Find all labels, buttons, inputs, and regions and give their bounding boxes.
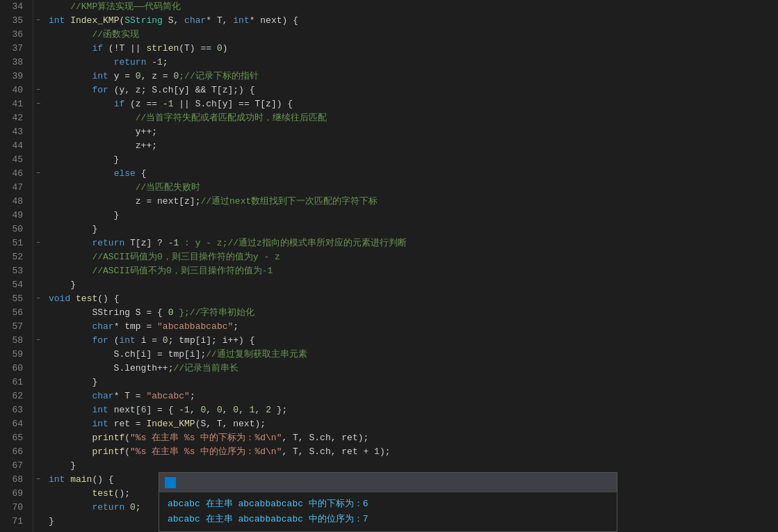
line-number: 71 (0, 515, 27, 529)
console-titlebar-left (165, 477, 180, 488)
fold-marker (33, 445, 43, 459)
console-content: abcabc 在主串 abcabbabcabc 中的下标为：6abcabc 在主… (159, 492, 617, 531)
line-number: 39 (0, 70, 27, 83)
fold-marker (33, 348, 43, 362)
line-number: 56 (0, 306, 27, 320)
code-line: void test() { (49, 292, 778, 306)
code-line: return -1; (49, 56, 778, 70)
code-line: } (49, 153, 778, 167)
line-number: 63 (0, 403, 27, 417)
line-number: 66 (0, 445, 27, 459)
line-number: 41 (0, 97, 27, 111)
code-line: //KMP算法实现——代码简化 (49, 0, 778, 14)
line-number: 53 (0, 264, 27, 278)
line-number: 52 (0, 250, 27, 264)
fold-marker[interactable]: − (33, 14, 43, 28)
fold-marker (33, 306, 43, 320)
line-number: 34 (0, 0, 27, 14)
fold-marker (33, 501, 43, 515)
code-area: 3435363738394041424344454647484950515253… (0, 0, 778, 532)
fold-marker (33, 278, 43, 292)
line-number: 37 (0, 42, 27, 56)
code-line: } (49, 223, 778, 236)
line-number: 47 (0, 181, 27, 195)
line-number: 58 (0, 334, 27, 348)
vs-icon (165, 477, 176, 488)
line-number: 64 (0, 417, 27, 431)
line-number: 55 (0, 292, 27, 306)
fold-marker (33, 181, 43, 195)
code-line: //ASCII码值不为0，则三目操作符的值为-1 (49, 264, 778, 278)
code-line: //当首字符失配或者匹配成功时，继续往后匹配 (49, 111, 778, 125)
fold-marker[interactable]: − (33, 83, 43, 97)
line-number: 49 (0, 209, 27, 223)
console-titlebar (159, 473, 617, 492)
code-line: } (49, 459, 778, 473)
line-number: 59 (0, 348, 27, 362)
line-number: 54 (0, 278, 27, 292)
fold-marker (33, 250, 43, 264)
fold-marker (33, 42, 43, 56)
line-number: 43 (0, 125, 27, 139)
line-number: 50 (0, 223, 27, 236)
console-output-line: abcabc 在主串 abcabbabcabc 中的下标为：6 (168, 497, 608, 512)
line-number: 60 (0, 362, 27, 376)
code-line: S.ch[i] = tmp[i];//通过复制获取主串元素 (49, 348, 778, 362)
line-number: 70 (0, 501, 27, 515)
code-line: else { (49, 167, 778, 181)
fold-marker (33, 125, 43, 139)
code-line: for (y, z; S.ch[y] && T[z];) { (49, 83, 778, 97)
line-number: 45 (0, 153, 27, 167)
code-line: char* tmp = "abcabbabcabc"; (49, 320, 778, 334)
line-number: 65 (0, 431, 27, 445)
code-line: printf("%s 在主串 %s 中的位序为：%d\n", T, S.ch, … (49, 445, 778, 459)
fold-marker (33, 70, 43, 83)
code-line: printf("%s 在主串 %s 中的下标为：%d\n", T, S.ch, … (49, 431, 778, 445)
fold-marker[interactable]: − (33, 97, 43, 111)
fold-marker[interactable]: − (33, 167, 43, 181)
fold-marker (33, 223, 43, 236)
line-number: 69 (0, 487, 27, 501)
line-number: 48 (0, 195, 27, 209)
line-number: 51 (0, 236, 27, 250)
code-line: int y = 0, z = 0;//记录下标的指针 (49, 70, 778, 83)
fold-marker[interactable]: − (33, 334, 43, 348)
code-line: } (49, 376, 778, 389)
code-line: z++; (49, 139, 778, 153)
fold-marker (33, 320, 43, 334)
line-number: 67 (0, 459, 27, 473)
fold-marker (33, 403, 43, 417)
fold-marker (33, 389, 43, 403)
line-number: 68 (0, 473, 27, 487)
fold-marker[interactable]: − (33, 292, 43, 306)
code-line: } (49, 278, 778, 292)
fold-marker (33, 153, 43, 167)
line-number: 40 (0, 83, 27, 97)
editor-container: 3435363738394041424344454647484950515253… (0, 0, 778, 532)
code-line: int ret = Index_KMP(S, T, next); (49, 417, 778, 431)
line-number: 44 (0, 139, 27, 153)
fold-marker (33, 139, 43, 153)
console-output-line: abcabc 在主串 abcabbabcabc 中的位序为：7 (168, 512, 608, 527)
line-number: 57 (0, 320, 27, 334)
fold-marker[interactable]: − (33, 473, 43, 487)
code-line: int Index_KMP(SString S, char* T, int* n… (49, 14, 778, 28)
code-line: if (!T || strlen(T) == 0) (49, 42, 778, 56)
code-line: } (49, 209, 778, 223)
fold-marker (33, 459, 43, 473)
code-line: S.length++;//记录当前串长 (49, 362, 778, 376)
fold-gutter: −−−−−−−− (33, 0, 43, 532)
fold-marker (33, 431, 43, 445)
code-line: y++; (49, 125, 778, 139)
line-number: 46 (0, 167, 27, 181)
code-line: SString S = { 0 };//字符串初始化 (49, 306, 778, 320)
code-line: return T[z] ? -1 : y - z;//通过z指向的模式串所对应的… (49, 236, 778, 250)
fold-marker[interactable]: − (33, 236, 43, 250)
code-line: if (z == -1 || S.ch[y] == T[z]) { (49, 97, 778, 111)
fold-marker (33, 28, 43, 42)
code-line: for (int i = 0; tmp[i]; i++) { (49, 334, 778, 348)
fold-marker (33, 0, 43, 14)
code-line: //ASCII码值为0，则三目操作符的值为y - z (49, 250, 778, 264)
line-number: 62 (0, 389, 27, 403)
code-line: z = next[z];//通过next数组找到下一次匹配的字符下标 (49, 195, 778, 209)
